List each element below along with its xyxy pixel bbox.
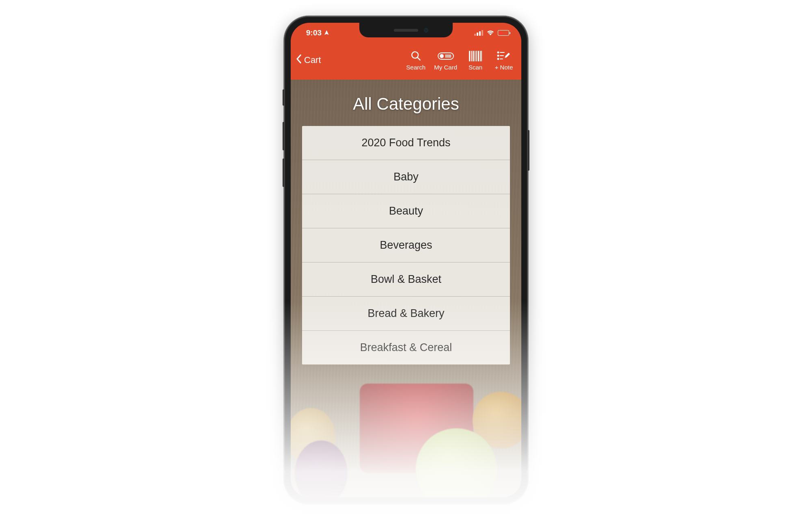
location-icon bbox=[324, 28, 330, 37]
status-time: 9:03 bbox=[306, 28, 322, 37]
my-card-button[interactable]: My Card bbox=[434, 50, 457, 71]
chevron-left-icon bbox=[296, 54, 302, 66]
scan-label: Scan bbox=[469, 64, 482, 71]
scan-button[interactable]: Scan bbox=[465, 50, 486, 71]
phone-volume-up bbox=[283, 122, 284, 150]
page-title: All Categories bbox=[291, 80, 521, 126]
my-card-label: My Card bbox=[434, 64, 457, 71]
phone-frame: 9:03 bbox=[284, 16, 528, 504]
phone-volume-down bbox=[283, 158, 284, 187]
notch bbox=[359, 23, 453, 37]
add-note-button[interactable]: + Note bbox=[494, 50, 514, 71]
speaker-grill bbox=[394, 29, 418, 32]
status-left: 9:03 bbox=[306, 28, 330, 37]
svg-rect-16 bbox=[481, 51, 482, 61]
screen: 9:03 bbox=[291, 23, 521, 497]
category-item[interactable]: Beverages bbox=[302, 228, 510, 262]
svg-rect-9 bbox=[469, 51, 470, 61]
svg-point-17 bbox=[498, 52, 499, 53]
svg-rect-12 bbox=[475, 51, 475, 61]
search-label: Search bbox=[406, 64, 426, 71]
barcode-icon bbox=[469, 50, 482, 62]
category-item[interactable]: Baby bbox=[302, 160, 510, 194]
svg-point-21 bbox=[498, 58, 499, 59]
content-area: All Categories 2020 Food Trends Baby Bea… bbox=[291, 80, 521, 497]
category-item[interactable]: Bowl & Basket bbox=[302, 262, 510, 297]
note-icon bbox=[497, 50, 511, 62]
nav-actions: Search My Card bbox=[406, 50, 514, 71]
category-item[interactable]: Beauty bbox=[302, 194, 510, 228]
svg-point-3 bbox=[440, 54, 443, 58]
phone-power-button bbox=[528, 130, 529, 171]
back-label: Cart bbox=[304, 55, 321, 65]
category-item[interactable]: 2020 Food Trends bbox=[302, 126, 510, 160]
cellular-icon bbox=[474, 30, 483, 36]
card-icon bbox=[438, 50, 454, 62]
search-button[interactable]: Search bbox=[406, 50, 426, 71]
back-button[interactable]: Cart bbox=[296, 54, 321, 66]
phone-mute-switch bbox=[283, 89, 284, 106]
svg-rect-11 bbox=[473, 51, 474, 61]
svg-rect-13 bbox=[476, 51, 477, 61]
svg-rect-14 bbox=[478, 51, 479, 61]
svg-rect-15 bbox=[480, 51, 481, 61]
category-item[interactable]: Bread & Bakery bbox=[302, 297, 510, 331]
front-camera bbox=[424, 28, 428, 33]
svg-line-1 bbox=[417, 57, 420, 60]
svg-rect-10 bbox=[471, 51, 472, 61]
wifi-icon bbox=[486, 29, 495, 37]
category-item[interactable]: Breakfast & Cereal bbox=[302, 331, 510, 364]
status-right bbox=[474, 29, 509, 37]
add-note-label: + Note bbox=[495, 64, 513, 71]
battery-icon bbox=[498, 30, 509, 36]
svg-point-19 bbox=[498, 55, 499, 56]
search-icon bbox=[410, 50, 421, 62]
categories-list: 2020 Food Trends Baby Beauty Beverages B… bbox=[302, 126, 510, 364]
nav-bar: Cart Search bbox=[291, 43, 521, 80]
